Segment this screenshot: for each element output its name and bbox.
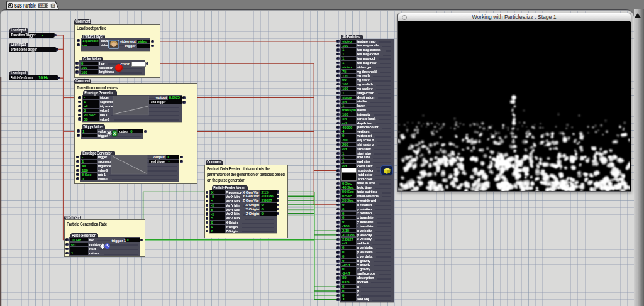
svg-text:X: X (113, 131, 117, 136)
svg-text:110: 110 (39, 4, 45, 8)
svg-text:S&S Particle: S&S Particle (14, 3, 36, 9)
